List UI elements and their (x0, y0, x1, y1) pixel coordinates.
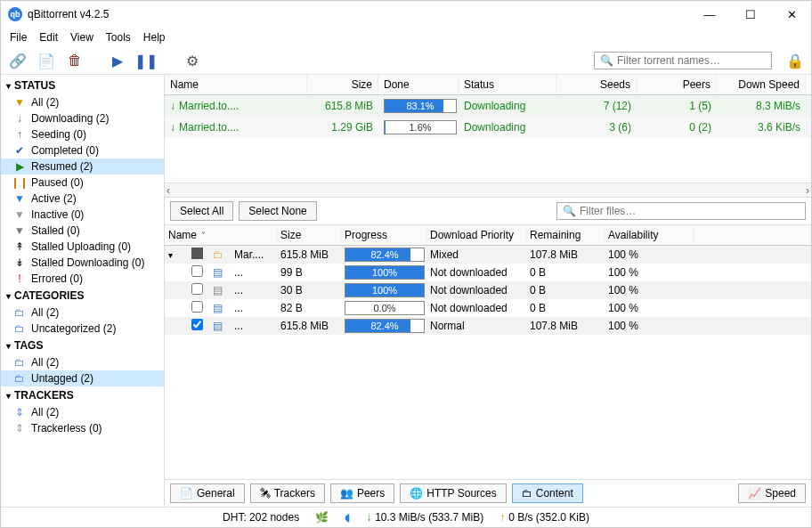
file-filter-box[interactable]: 🔍 (556, 202, 806, 220)
select-none-button[interactable]: Select None (239, 201, 316, 221)
progress-bar: 1.6% (384, 120, 457, 134)
pause-button[interactable]: ❚❚ (136, 51, 156, 70)
select-all-button[interactable]: Select All (170, 201, 233, 221)
horizontal-scrollbar[interactable]: ‹› (165, 183, 811, 197)
col-name[interactable]: Name (165, 75, 307, 94)
speed-limit-icon[interactable]: ◖ (345, 511, 350, 524)
fcol-size[interactable]: Size (277, 225, 341, 245)
sidebar-item-label: Errored (0) (31, 272, 83, 285)
file-checkbox[interactable] (191, 283, 203, 295)
search-icon: 🔍 (563, 205, 576, 217)
torrent-filter-input[interactable] (617, 54, 766, 67)
sidebar-section-categories[interactable]: ▾CATEGORIES (1, 287, 164, 305)
col-seeds[interactable]: Seeds (556, 75, 637, 94)
titlebar: qb qBittorrent v4.2.5 — ☐ ✕ (1, 1, 811, 28)
torrent-name: Married.to.... (179, 100, 239, 112)
torrent-row[interactable]: ↓Married.to....615.8 MiB83.1%Downloading… (165, 95, 811, 117)
sidebar-item[interactable]: ▼Inactive (0) (1, 207, 164, 223)
col-peers[interactable]: Peers (637, 75, 717, 94)
fcol-availability[interactable]: Availability (605, 225, 694, 245)
menu-file[interactable]: File (10, 31, 27, 44)
sidebar-item[interactable]: ↟Stalled Uploading (0) (1, 239, 164, 255)
tab-general[interactable]: 📄 General (170, 483, 245, 503)
bottom-tabs: 📄 General🛰 Trackers👥 Peers🌐 HTTP Sources… (165, 479, 811, 507)
lock-icon[interactable]: 🔒 (786, 53, 804, 69)
col-size[interactable]: Size (307, 75, 378, 94)
fcol-remaining[interactable]: Remaining (526, 225, 605, 245)
file-priority: Not downloaded (426, 301, 526, 315)
add-file-button[interactable]: 📄 (37, 51, 56, 70)
fcol-name[interactable]: Name ˅ (165, 225, 277, 245)
minimize-button[interactable]: — (697, 4, 722, 24)
file-size: 99 B (277, 265, 341, 280)
status-icon: ↑ (13, 128, 26, 141)
progress-bar: 100% (345, 283, 425, 297)
tab-http-sources[interactable]: 🌐 HTTP Sources (400, 483, 506, 503)
sidebar-item[interactable]: ❙❙Paused (0) (1, 175, 164, 191)
sidebar-item[interactable]: ↑Seeding (0) (1, 126, 164, 142)
sidebar-item[interactable]: ⇕Trackerless (0) (1, 420, 164, 436)
tab-trackers[interactable]: 🛰 Trackers (250, 483, 325, 503)
file-filter-input[interactable] (580, 205, 800, 217)
delete-button[interactable]: 🗑 (65, 51, 85, 70)
tab-peers[interactable]: 👥 Peers (330, 483, 394, 503)
close-button[interactable]: ✕ (779, 4, 804, 24)
sidebar-item[interactable]: 🗀Untagged (2) (1, 370, 164, 386)
file-table-header: Name ˅ Size Progress Download Priority R… (165, 225, 811, 246)
status-icon: ⇕ (13, 422, 26, 435)
sidebar-section-tags[interactable]: ▾TAGS (1, 337, 164, 354)
file-checkbox[interactable] (191, 265, 203, 277)
file-row[interactable]: ▤...30 B100%Not downloaded0 B100 % (165, 281, 811, 299)
settings-button[interactable]: ⚙ (183, 51, 202, 70)
col-status[interactable]: Status (459, 75, 556, 94)
col-downspeed[interactable]: Down Speed (717, 75, 806, 94)
resume-button[interactable]: ▶ (108, 51, 127, 70)
add-link-button[interactable]: 🔗 (8, 51, 28, 70)
sidebar-item[interactable]: 🗀All (2) (1, 305, 164, 321)
maximize-button[interactable]: ☐ (738, 4, 763, 24)
sidebar-item-label: Downloading (2) (31, 112, 109, 125)
tab-speed[interactable]: 📈 Speed (738, 483, 806, 503)
sidebar-item[interactable]: ↓Downloading (2) (1, 110, 164, 126)
connection-icon[interactable]: 🌿 (315, 511, 329, 524)
file-icon: ▤ (213, 302, 223, 314)
file-row[interactable]: ▤...99 B100%Not downloaded0 B100 % (165, 264, 811, 281)
chevron-down-icon: ▾ (6, 81, 11, 91)
sidebar-item[interactable]: ▼Stalled (0) (1, 223, 164, 239)
sidebar-item[interactable]: ▶Resumed (2) (1, 158, 164, 175)
sidebar-item[interactable]: ▼All (2) (1, 94, 164, 110)
sidebar-section-trackers[interactable]: ▾TRACKERS (1, 386, 164, 404)
sidebar-item[interactable]: ▼Active (2) (1, 191, 164, 207)
menu-view[interactable]: View (70, 31, 93, 44)
file-checkbox[interactable] (191, 248, 203, 259)
file-checkbox[interactable] (191, 319, 203, 330)
torrent-row[interactable]: ↓Married.to....1.29 GiB1.6%Downloading3 … (165, 117, 811, 138)
sort-asc-icon: ˅ (199, 231, 206, 240)
sidebar-item[interactable]: 🗀Uncategorized (2) (1, 321, 164, 337)
file-checkbox[interactable] (191, 301, 203, 313)
torrent-filter-box[interactable]: 🔍 (594, 52, 772, 69)
status-icon: ▼ (13, 192, 26, 205)
sidebar-item[interactable]: !Errored (0) (1, 271, 164, 287)
file-row[interactable]: ▤...615.8 MiB82.4%Normal107.8 MiB100 % (165, 317, 811, 335)
sidebar-item[interactable]: ✔Completed (0) (1, 142, 164, 158)
tab-content[interactable]: 🗀 Content (512, 483, 583, 503)
sidebar-section-status[interactable]: ▾STATUS (1, 77, 164, 94)
file-row[interactable]: ▤...82 B0.0%Not downloaded0 B100 % (165, 299, 811, 317)
torrent-table-header: Name Size Done Status Seeds Peers Down S… (165, 75, 811, 95)
fcol-progress[interactable]: Progress (341, 225, 426, 245)
chevron-down-icon[interactable]: ▾ (168, 250, 173, 260)
fcol-priority[interactable]: Download Priority (426, 225, 526, 245)
col-done[interactable]: Done (378, 75, 459, 94)
file-priority: Normal (426, 319, 526, 333)
sidebar-item[interactable]: ⇕All (2) (1, 404, 164, 420)
menu-help[interactable]: Help (143, 31, 166, 44)
sidebar-item[interactable]: ↡Stalled Downloading (0) (1, 255, 164, 271)
menu-edit[interactable]: Edit (39, 31, 58, 44)
sidebar-item[interactable]: 🗀All (2) (1, 354, 164, 370)
file-row[interactable]: ▾🗀Mar....615.8 MiB82.4%Mixed107.8 MiB100… (165, 246, 811, 264)
search-icon: 🔍 (600, 54, 613, 67)
folder-icon: 🗀 (213, 248, 223, 261)
menu-tools[interactable]: Tools (106, 31, 131, 44)
sidebar-item-label: Paused (0) (31, 176, 84, 189)
